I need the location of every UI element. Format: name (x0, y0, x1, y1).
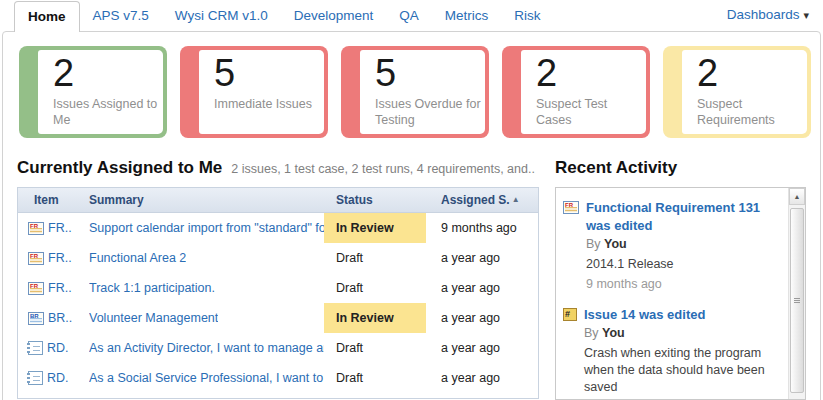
activity-title-link[interactable]: Functional Requirement 131 was edited (586, 199, 779, 234)
metric-cards-row: 2 Issues Assigned to Me 5 Immediate Issu… (3, 32, 820, 146)
card-value: 2 (53, 52, 159, 95)
item-id-link[interactable]: FR.. (48, 281, 72, 295)
card-issues-overdue-for-testing[interactable]: 5 Issues Overdue for Testing (341, 46, 489, 138)
card-label: Issues Assigned to Me (53, 96, 159, 128)
table-row[interactable]: RD. As an Activity Director, I want to m… (18, 333, 538, 363)
status-badge: Draft (324, 273, 426, 303)
item-id-link[interactable]: RD. (47, 341, 69, 355)
card-label: Issues Overdue for Testing (375, 96, 481, 128)
card-issues-assigned-to-me[interactable]: 2 Issues Assigned to Me (19, 46, 167, 138)
column-header-status[interactable]: Status (324, 193, 426, 207)
item-summary-link[interactable]: Support calendar import from "standard" … (89, 221, 324, 235)
card-label: Suspect Requirements (697, 96, 803, 128)
tab-wysi-crm[interactable]: Wysi CRM v1.0 (162, 1, 281, 31)
rd-notebook-icon (28, 341, 43, 355)
activity-item: FR Functional Requirement 131 was edited… (563, 199, 779, 293)
br-document-icon: BR (28, 312, 44, 325)
assigned-time: a year ago (426, 303, 538, 333)
item-id-link[interactable]: FR.. (48, 251, 72, 265)
dashboards-menu[interactable]: Dashboards▾ (727, 7, 809, 22)
card-value: 5 (375, 52, 481, 95)
status-badge: In Review (324, 303, 426, 333)
column-header-summary[interactable]: Summary (89, 193, 324, 207)
status-badge: Draft (324, 363, 426, 393)
card-suspect-requirements[interactable]: 2 Suspect Requirements (663, 46, 811, 138)
card-suspect-test-cases[interactable]: 2 Suspect Test Cases (502, 46, 650, 138)
activity-time: 9 months ago (586, 276, 779, 293)
card-body: 5 Immediate Issues (199, 50, 324, 134)
activity-author: By You (586, 236, 779, 253)
activity-author: By You (584, 325, 779, 342)
assigned-time: a year ago (426, 333, 538, 363)
scrollbar[interactable]: ▲ (788, 188, 805, 399)
activity-item: # Issue 14 was edited By You Crash when … (563, 306, 779, 400)
recent-activity-title: Recent Activity (555, 158, 677, 178)
table-row[interactable]: FRFR.. Support calendar import from "sta… (18, 213, 538, 243)
assigned-time: a year ago (426, 243, 538, 273)
card-immediate-issues[interactable]: 5 Immediate Issues (180, 46, 328, 138)
item-summary-link[interactable]: Functional Area 2 (89, 251, 186, 265)
table-header-row: Item Summary Status Assigned S.▲ (18, 188, 538, 213)
table-row[interactable]: FRFR.. Track 1:1 participation. Draft a … (18, 273, 538, 303)
fr-document-icon: FR (28, 282, 44, 295)
table-row[interactable]: BRBR.. Volunteer Management In Review a … (18, 303, 538, 333)
scrollbar-thumb[interactable] (790, 208, 804, 393)
dashboards-menu-label: Dashboards (727, 7, 800, 22)
card-label: Suspect Test Cases (536, 96, 642, 128)
scroll-up-button[interactable]: ▲ (789, 188, 805, 205)
assigned-section-summary: 2 issues, 1 test case, 2 test runs, 4 re… (231, 162, 535, 176)
table-row[interactable]: FRFR.. Functional Area 2 Draft a year ag… (18, 243, 538, 273)
activity-title-link[interactable]: Issue 14 was edited (584, 306, 779, 324)
item-summary-link[interactable]: As a Social Service Professional, I want… (89, 371, 324, 385)
table-row[interactable]: RD. As a Social Service Professional, I … (18, 363, 538, 393)
chevron-down-icon: ▾ (803, 9, 809, 21)
tab-metrics[interactable]: Metrics (432, 1, 502, 31)
card-body: 2 Issues Assigned to Me (38, 50, 163, 134)
project-tab-bar: Home APS v7.5 Wysi CRM v1.0 Development … (0, 0, 823, 31)
card-body: 2 Suspect Requirements (682, 50, 807, 134)
fr-document-icon: FR (28, 252, 44, 265)
sort-ascending-icon: ▲ (512, 195, 520, 204)
fr-document-icon: FR (563, 201, 579, 214)
card-value: 2 (536, 52, 642, 95)
activity-detail: Crash when exiting the program when the … (584, 345, 779, 396)
tab-development[interactable]: Development (281, 1, 387, 31)
item-summary-link[interactable]: Track 1:1 participation. (89, 281, 215, 295)
item-id-link[interactable]: RD. (47, 371, 69, 385)
card-value: 2 (697, 52, 803, 95)
card-body: 5 Issues Overdue for Testing (360, 50, 485, 134)
item-summary-link[interactable]: Volunteer Management (89, 311, 218, 325)
assigned-time: a year ago (426, 273, 538, 303)
fr-document-icon: FR (28, 222, 44, 235)
status-badge: In Review (324, 213, 426, 243)
item-summary-link[interactable]: As an Activity Director, I want to manag… (89, 341, 324, 355)
scrollbar-grip-icon (794, 298, 800, 304)
column-header-assigned-label: Assigned S. (441, 193, 510, 207)
card-value: 5 (214, 52, 320, 95)
assigned-time: 9 months ago (426, 213, 538, 243)
tab-risk[interactable]: Risk (501, 1, 553, 31)
card-body: 2 Suspect Test Cases (521, 50, 646, 134)
tab-qa[interactable]: QA (386, 1, 432, 31)
item-id-link[interactable]: FR.. (48, 221, 72, 235)
column-header-assigned[interactable]: Assigned S.▲ (426, 193, 538, 207)
column-header-item[interactable]: Item (28, 193, 89, 207)
issue-note-icon: # (563, 308, 577, 321)
recent-activity-panel: FR Functional Requirement 131 was edited… (555, 187, 806, 400)
dashboard-panel: 2 Issues Assigned to Me 5 Immediate Issu… (2, 31, 821, 400)
item-id-link[interactable]: BR.. (48, 311, 72, 325)
assigned-section-title: Currently Assigned to Me (17, 158, 222, 178)
status-badge: Draft (324, 333, 426, 363)
card-label: Immediate Issues (214, 96, 320, 112)
rd-notebook-icon (28, 371, 43, 385)
activity-detail: 2014.1 Release (586, 256, 779, 273)
assigned-time: a year ago (426, 363, 538, 393)
assigned-items-table: Item Summary Status Assigned S.▲ FRFR.. … (17, 187, 539, 399)
tab-aps-v75[interactable]: APS v7.5 (80, 1, 162, 31)
tab-home[interactable]: Home (14, 1, 80, 32)
status-badge: Draft (324, 243, 426, 273)
